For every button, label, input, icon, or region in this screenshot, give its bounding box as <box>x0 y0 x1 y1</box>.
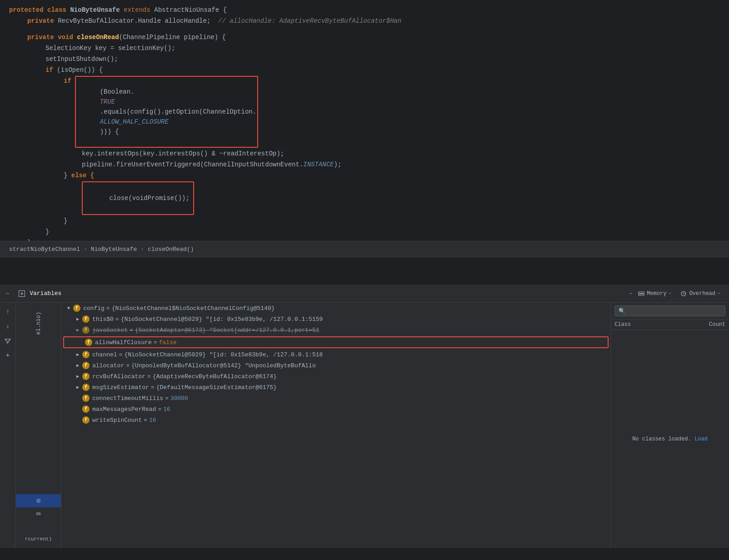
field-icon-connecttimeout: f <box>82 395 90 402</box>
code-line-10: } else { <box>0 170 729 181</box>
close-brace-4: } <box>27 238 31 241</box>
memory-arrow: → <box>668 291 671 296</box>
bottom-panel-header: → ≡ Variables → Memory → <box>0 285 729 303</box>
keyword-extends: extends <box>124 5 154 15</box>
memory-label: Memory <box>647 290 666 297</box>
var-row-channel[interactable]: ▶ f channel = {NioSocketChannel@5029} "[… <box>61 349 610 360</box>
infinity-btn[interactable]: ∞ <box>16 507 61 521</box>
left-sidebar: el.nio) ⊡ ∞ rcurrent) <box>16 303 61 548</box>
close-brace-2: } <box>64 216 67 226</box>
breadcrumb-item-3: closeOnRead() <box>148 246 194 253</box>
field-name-maxmessages: maxMessagesPerRead <box>92 406 156 413</box>
field-name-msgsizeestimator: msgSizeEstimator <box>92 384 149 391</box>
field-val-allocator: {UnpooledByteBufAllocator@5142} "Unpoole… <box>131 362 316 369</box>
keyword-private-2: private <box>27 32 58 42</box>
field-icon-msgsizeestimator: f <box>82 384 90 391</box>
memory-icon <box>638 290 645 297</box>
overhead-arrow: → <box>717 291 720 296</box>
nav-arrow-left[interactable]: → <box>5 290 9 297</box>
expand-icon-channel[interactable]: ▶ <box>74 351 81 358</box>
field-val-config: {NioSocketChannel$NioSocketChannelConfig… <box>112 305 275 312</box>
field-name-allocator: allocator <box>92 362 124 369</box>
footer-label: rcurrent) <box>16 535 61 544</box>
var-row-javasocket[interactable]: ▶ f javaSocket = {SocketAdaptor@6173} "S… <box>61 325 610 335</box>
tab-variables[interactable]: ≡ Variables <box>14 287 66 300</box>
var-row-this0[interactable]: ▶ f this$0 = {NioSocketChannel@5029} "[i… <box>61 314 610 325</box>
btn-down[interactable]: ↓ <box>2 321 13 332</box>
right-panel-search <box>611 303 729 320</box>
field-decl: allocHandle; <box>165 16 218 26</box>
expand-icon-javasocket[interactable]: ▶ <box>74 326 81 334</box>
bottom-panel: → ≡ Variables → Memory → <box>0 285 729 548</box>
btn-up[interactable]: ↑ <box>2 306 13 317</box>
breadcrumb-sep-1: › <box>84 246 87 253</box>
keyword-if-2: if <box>64 76 75 86</box>
close-brace-3: } <box>45 227 49 237</box>
search-input[interactable] <box>614 305 725 316</box>
var-row-maxmessages[interactable]: ▶ f maxMessagesPerRead = 16 <box>61 404 610 415</box>
code-line-6: if (isOpen()) { <box>0 65 729 75</box>
col-count-header: Count <box>698 321 725 328</box>
panel-header-right: → Memory → <box>629 288 724 299</box>
breadcrumb-bar: stractNioByteChannel › NioByteUnsafe › c… <box>0 241 729 257</box>
code-line-1: protected class NioByteUnsafe extends Ab… <box>0 5 729 15</box>
bottom-panel-body: ↑ ↓ + el.nio) ⊡ ∞ rcurrent) ▼ <box>0 303 729 548</box>
variables-icon: ≡ <box>19 290 25 297</box>
field-icon-javasocket: f <box>82 326 90 334</box>
code-editor: protected class NioByteUnsafe extends Ab… <box>0 0 729 241</box>
field-val-msgsizeestimator: {DefaultMessageSizeEstimator@6175} <box>156 384 277 391</box>
expand-icon-msgsizeestimator[interactable]: ▶ <box>74 384 81 391</box>
btn-add[interactable]: + <box>2 350 13 361</box>
field-val-writespin: 16 <box>149 417 156 424</box>
right-panel-table-header: Class Count <box>611 320 729 330</box>
btn-filter[interactable] <box>2 335 13 346</box>
selected-item-label: el.nio) <box>35 312 42 335</box>
var-row-msgsizeestimator[interactable]: ▶ f msgSizeEstimator = {DefaultMessageSi… <box>61 382 610 393</box>
svg-point-2 <box>641 293 642 294</box>
breadcrumb-sep-2: › <box>140 246 144 253</box>
var-row-rcvbuf[interactable]: ▶ f rcvBufAllocator = {AdaptiveRecvByteB… <box>61 371 610 382</box>
code-line-2: private RecvByteBufAllocator.Handle allo… <box>0 15 729 26</box>
field-name-writespin: writeSpinCount <box>92 417 142 424</box>
field-val-connecttimeout: 30000 <box>170 395 188 402</box>
var-row-allowhalfclosure[interactable]: ▶ f allowHalfClosure = false <box>63 336 609 348</box>
keyword-else: else { <box>71 170 94 180</box>
breadcrumb-item-1[interactable]: stractNioByteChannel <box>9 246 80 253</box>
nav-arrow-memory-left[interactable]: → <box>629 290 632 297</box>
field-icon-writespin: f <box>82 416 90 424</box>
type-selectionkey: SelectionKey <box>45 43 95 53</box>
var-row-connecttimeout[interactable]: ▶ f connectTimeoutMillis = 30000 <box>61 393 610 404</box>
expand-icon-config[interactable]: ▼ <box>65 305 72 312</box>
svg-point-3 <box>642 293 644 294</box>
expand-icon-this0[interactable]: ▶ <box>74 315 81 323</box>
load-link[interactable]: Load <box>694 436 708 442</box>
var-row-config[interactable]: ▼ f config = {NioSocketChannel$NioSocket… <box>61 303 610 314</box>
code-separator-1 <box>0 26 729 32</box>
right-panel-empty: No classes loaded. Load <box>611 330 729 548</box>
field-val-javasocket: {SocketAdaptor@6173} "Socket[addr=/127.0… <box>135 327 320 334</box>
expand-icon-rcvbuf[interactable]: ▶ <box>74 373 81 380</box>
expand-icon-allocator[interactable]: ▶ <box>74 362 81 369</box>
field-name-this0: this$0 <box>92 316 114 323</box>
var-row-writespin[interactable]: ▶ f writeSpinCount = 16 <box>61 415 610 425</box>
field-val-this0: {NioSocketChannel@5029} "[id: 0x15e83b9e… <box>121 316 323 323</box>
var-row-allocator[interactable]: ▶ f allocator = {UnpooledByteBufAllocato… <box>61 360 610 371</box>
method-params: (ChannelPipeline pipeline) { <box>119 32 226 42</box>
field-icon-channel: f <box>82 351 90 358</box>
breadcrumb-item-2[interactable]: NioByteUnsafe <box>91 246 137 253</box>
field-icon-rcvbuf: f <box>82 373 90 380</box>
field-val-channel: {NioSocketChannel@5029} "[id: 0x15e83b9e… <box>124 351 323 358</box>
empty-message: No classes loaded. Load <box>632 436 708 442</box>
field-icon-maxmessages: f <box>82 405 90 413</box>
field-name-config: config <box>83 305 105 312</box>
code-line-11: close(voidPromise()); <box>0 181 729 215</box>
memory-button[interactable]: Memory → <box>634 288 674 299</box>
keyword-class: class <box>47 5 70 15</box>
code-line-13: } <box>0 226 729 237</box>
close-brace-1: } <box>64 170 71 180</box>
pipeline-fire: pipeline.fireUserEventTriggered(ChannelI… <box>82 160 303 170</box>
field-icon-allocator: f <box>82 362 90 369</box>
overhead-button[interactable]: Overhead → <box>676 288 724 299</box>
code-line-4: SelectionKey key = selectionKey(); <box>0 43 729 54</box>
key-interestops: key.interestOps(key.interestOps() & ~rea… <box>82 149 284 159</box>
